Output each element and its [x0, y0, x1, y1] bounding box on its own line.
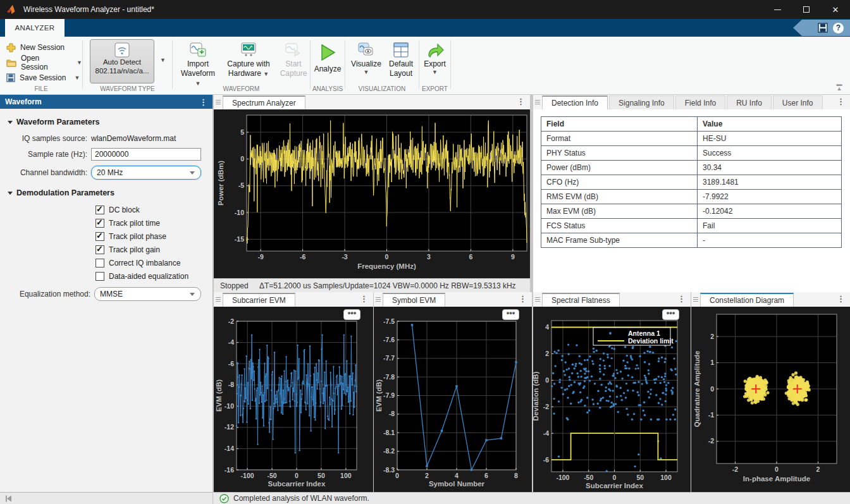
symbol-evm-panel: Symbol EVM ⋮ 02468-7.5-7.6-7.7-7.8-7.9-8… — [374, 292, 532, 492]
tab-field-info[interactable]: Field Info — [675, 95, 725, 109]
checkbox-track-pilot-time[interactable]: Track pilot time — [95, 218, 212, 228]
import-waveform-button[interactable]: Import Waveform ▼ — [180, 40, 216, 88]
plot-toolbar-dots-button[interactable]: ••• — [502, 309, 519, 320]
waveform-type-dropdown-icon[interactable]: ▼ — [160, 57, 166, 63]
export-dropdown-icon[interactable]: ▼ — [432, 69, 438, 75]
default-layout-button[interactable]: Default Layout — [385, 40, 417, 78]
svg-text:-7.6: -7.6 — [383, 336, 395, 343]
title-bar: Wireless Waveform Analyzer - untitled* ✕ — [0, 0, 850, 19]
sample-rate-input[interactable] — [91, 148, 201, 161]
collapse-panel-icon[interactable] — [5, 495, 13, 502]
capture-hardware-icon — [240, 42, 257, 58]
panel-drag-handle[interactable] — [214, 292, 223, 307]
open-session-button[interactable]: Open Session ▼ — [0, 55, 82, 70]
export-arrow-icon — [426, 42, 444, 58]
svg-text:-8.2: -8.2 — [383, 447, 395, 455]
visualize-button[interactable]: Visualize ▼ — [348, 40, 385, 75]
plot-toolbar-dots-button[interactable]: ••• — [662, 309, 679, 320]
table-row[interactable]: MAC Frame Sub-type- — [541, 233, 842, 248]
tab-spectral-flatness[interactable]: Spectral Flatness — [542, 293, 620, 307]
checkbox-track-pilot-phase[interactable]: Track pilot phase — [95, 231, 212, 241]
checkbox-label: DC block — [109, 206, 140, 214]
tab-spectrum-analyzer[interactable]: Spectrum Analyzer — [223, 95, 305, 109]
panel-drag-handle[interactable] — [533, 95, 542, 109]
tab-analyzer[interactable]: ANALYZER — [5, 19, 65, 37]
tab-ru-info[interactable]: RU Info — [727, 95, 772, 109]
export-button[interactable]: Export ▼ — [420, 40, 450, 75]
table-row[interactable]: FormatHE-SU — [541, 132, 842, 146]
checkbox-box[interactable] — [95, 259, 104, 267]
svg-text:Symbol Number: Symbol Number — [429, 480, 485, 488]
save-session-dropdown-icon[interactable]: ▼ — [74, 75, 80, 81]
spectrum-panel-menu-icon[interactable]: ⋮ — [517, 97, 525, 106]
table-row[interactable]: Max EVM (dB)-0.12042 — [541, 204, 842, 219]
svg-text:-15: -15 — [235, 235, 244, 243]
demodulation-parameters-header[interactable]: Demodulation Parameters — [0, 188, 212, 197]
table-row[interactable]: Power (dBm)30.34 — [541, 161, 842, 175]
close-button[interactable]: ✕ — [821, 0, 850, 19]
symbol-panel-menu-icon[interactable]: ⋮ — [519, 294, 527, 304]
table-row[interactable]: CFO (Hz)3189.1481 — [541, 175, 842, 190]
checkbox-track-pilot-gain[interactable]: Track pilot gain — [95, 245, 212, 254]
table-row[interactable]: FCS StatusFail — [541, 219, 842, 233]
file-section-label: FILE — [0, 85, 82, 92]
waveform-panel-menu-icon[interactable]: ⋮ — [199, 97, 207, 107]
tab-user-info[interactable]: User Info — [773, 95, 823, 109]
svg-text:100: 100 — [660, 474, 672, 481]
table-row[interactable]: RMS EVM (dB)-7.9922 — [541, 190, 842, 204]
help-icon[interactable]: ? — [833, 23, 844, 34]
panel-drag-handle[interactable] — [533, 292, 542, 307]
info-panel-menu-icon[interactable]: ⋮ — [837, 97, 845, 106]
field-cell: FCS Status — [541, 219, 698, 233]
svg-text:4: 4 — [455, 472, 459, 479]
checkbox-correct-iq-imbalance[interactable]: Correct IQ imbalance — [95, 258, 212, 267]
svg-text:-4: -4 — [228, 338, 234, 346]
svg-text:Antenna 1: Antenna 1 — [628, 329, 660, 337]
auto-detect-button[interactable]: Auto Detect 802.11a/n/ac/a... — [90, 39, 154, 83]
tab-signaling-info[interactable]: Signaling Info — [609, 95, 674, 109]
open-session-dropdown-icon[interactable]: ▼ — [77, 59, 82, 66]
collapse-ribbon-icon[interactable]: ▬▲ — [834, 82, 845, 91]
constellation-panel-menu-icon[interactable]: ⋮ — [837, 294, 845, 304]
constellation-plot: -202210-1-2In-phase AmplitudeQuadrature … — [691, 307, 850, 492]
capture-with-hardware-button[interactable]: Capture with Hardware ▼ — [222, 40, 275, 78]
table-row[interactable]: PHY StatusSuccess — [541, 146, 842, 161]
checkbox-data-aided-equalization[interactable]: Data-aided equalization — [95, 271, 212, 281]
panel-drag-handle[interactable] — [691, 292, 700, 307]
subcarrier-panel-menu-icon[interactable]: ⋮ — [360, 294, 368, 304]
tab-subcarrier-evm[interactable]: Subcarrier EVM — [223, 293, 295, 307]
waveform-parameters-header[interactable]: Waveform Parameters — [0, 118, 212, 126]
svg-text:-16: -16 — [225, 466, 234, 474]
panel-drag-handle[interactable] — [374, 292, 383, 307]
channel-bandwidth-dropdown[interactable]: 20 MHz — [91, 166, 201, 180]
tab-detection-info[interactable]: Detection Info — [542, 95, 608, 109]
minimize-button[interactable] — [763, 0, 792, 19]
save-floppy-icon — [6, 73, 15, 82]
save-session-button[interactable]: Save Session ▼ — [0, 70, 82, 85]
svg-text:-6: -6 — [300, 253, 305, 261]
checkbox-dc-block[interactable]: DC block — [95, 205, 212, 214]
tab-constellation-diagram[interactable]: Constellation Diagram — [700, 293, 794, 307]
equalization-method-dropdown[interactable]: MMSE — [94, 287, 201, 301]
visualize-dropdown-icon[interactable]: ▼ — [364, 69, 369, 75]
value-cell: -7.9922 — [698, 190, 842, 204]
checkbox-box[interactable] — [95, 272, 104, 281]
new-session-button[interactable]: New Session — [0, 40, 82, 55]
maximize-button[interactable] — [792, 0, 821, 19]
analysis-section-label: ANALYSIS — [311, 85, 345, 92]
subcarrier-evm-plot: -100-50050100-2-4-6-8-10-12-14-16Subcarr… — [214, 307, 373, 492]
quick-save-icon[interactable] — [818, 23, 828, 33]
svg-text:1: 1 — [710, 359, 714, 366]
svg-text:6: 6 — [469, 253, 472, 261]
tab-symbol-evm[interactable]: Symbol EVM — [383, 293, 445, 307]
plot-toolbar-dots-button[interactable]: ••• — [343, 309, 360, 320]
ribbon-toolbar: New Session Open Session ▼ — [0, 37, 850, 95]
checkbox-box[interactable] — [95, 219, 104, 228]
checkbox-box[interactable] — [95, 245, 104, 254]
checkbox-box[interactable] — [95, 232, 104, 241]
waveform-type-section: Auto Detect 802.11a/n/ac/a... ▼ WAVEFORM… — [83, 37, 172, 94]
flatness-panel-menu-icon[interactable]: ⋮ — [677, 294, 686, 304]
analyze-button[interactable]: Analyze — [312, 40, 343, 74]
panel-drag-handle[interactable] — [214, 95, 223, 109]
checkbox-box[interactable] — [95, 206, 104, 214]
